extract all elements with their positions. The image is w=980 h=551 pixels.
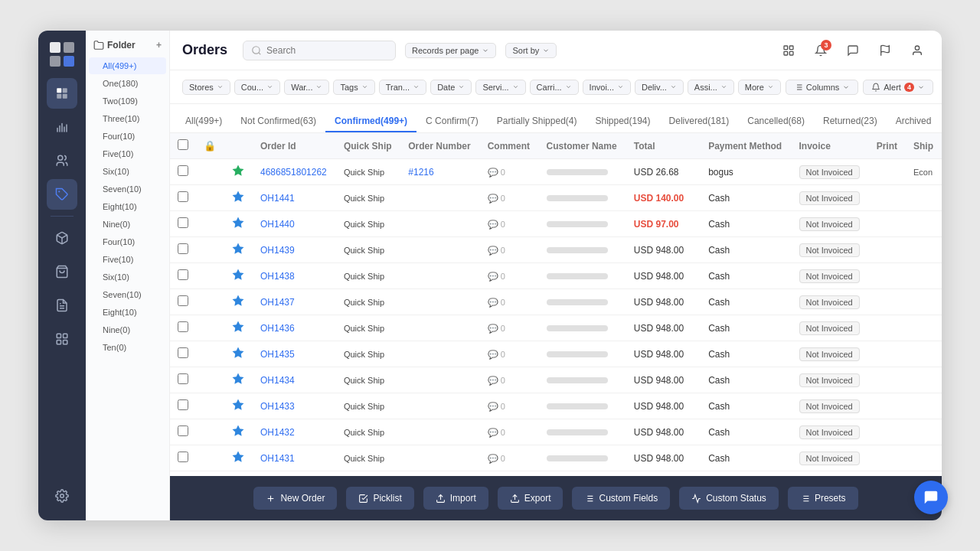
- filter-chip[interactable]: Deliv...: [635, 80, 684, 95]
- row-checkbox[interactable]: [178, 399, 188, 410]
- sidebar-item-users[interactable]: [47, 145, 77, 176]
- row-checkbox[interactable]: [178, 425, 188, 436]
- invoice-status-btn[interactable]: Not Invoiced: [799, 373, 860, 387]
- invoice-status-btn[interactable]: Not Invoiced: [799, 321, 860, 335]
- invoice-status-btn[interactable]: Not Invoiced: [799, 165, 860, 179]
- order-id-link[interactable]: OH1431: [260, 453, 295, 464]
- tab-item[interactable]: Delivered(181): [660, 111, 739, 132]
- order-id-link[interactable]: OH1434: [260, 375, 295, 386]
- row-checkbox[interactable]: [178, 347, 188, 358]
- invoice-status-btn[interactable]: Not Invoiced: [799, 217, 860, 231]
- folder-item[interactable]: Eight(10): [89, 304, 166, 321]
- notification-btn[interactable]: 3: [808, 38, 833, 63]
- import-btn[interactable]: Import: [423, 487, 488, 510]
- tab-item[interactable]: Partially Shipped(4): [488, 111, 586, 132]
- order-id-link[interactable]: OH1436: [260, 323, 295, 334]
- filter-chip[interactable]: War...: [284, 80, 329, 95]
- folder-item[interactable]: Eight(10): [89, 198, 166, 215]
- invoice-status-btn[interactable]: Not Invoiced: [799, 243, 860, 257]
- order-number-link[interactable]: #1216: [408, 167, 433, 178]
- row-checkbox[interactable]: [178, 243, 188, 254]
- order-id-link[interactable]: OH1432: [260, 427, 295, 438]
- alert-btn[interactable]: Alert 4: [863, 80, 933, 95]
- sidebar-item-inventory[interactable]: [47, 223, 77, 253]
- sidebar-item-analytics[interactable]: [47, 112, 77, 142]
- row-checkbox[interactable]: [178, 321, 188, 332]
- order-id-link[interactable]: OH1433: [260, 401, 295, 412]
- folder-item[interactable]: Seven(10): [89, 286, 166, 303]
- filter-chip[interactable]: Stores: [182, 80, 230, 95]
- folder-item[interactable]: Five(10): [89, 145, 166, 162]
- order-id-link[interactable]: OH1438: [260, 271, 295, 282]
- filter-chip[interactable]: Assi...: [688, 80, 734, 95]
- sidebar-item-settings[interactable]: [47, 481, 77, 511]
- folder-item[interactable]: Two(109): [89, 93, 166, 109]
- row-checkbox[interactable]: [178, 295, 188, 306]
- folder-item[interactable]: Ten(0): [89, 339, 166, 356]
- chat-bubble-btn[interactable]: [914, 481, 948, 514]
- row-checkbox[interactable]: [178, 452, 188, 462]
- invoice-status-btn[interactable]: Not Invoiced: [799, 425, 860, 439]
- sidebar-item-tags[interactable]: [47, 179, 77, 210]
- search-input[interactable]: [266, 45, 374, 56]
- order-id-link[interactable]: 4686851801262: [260, 167, 327, 178]
- row-checkbox[interactable]: [178, 373, 188, 384]
- folder-item[interactable]: Nine(0): [89, 216, 166, 233]
- tab-item[interactable]: Not Confirmed(63): [231, 111, 325, 132]
- order-id-link[interactable]: OH1441: [260, 193, 295, 204]
- layout-btn[interactable]: [776, 38, 801, 63]
- columns-btn[interactable]: Columns: [786, 80, 858, 95]
- invoice-status-btn[interactable]: Not Invoiced: [799, 452, 860, 465]
- filter-chip[interactable]: Cou...: [234, 80, 280, 95]
- tab-item[interactable]: Shipped(194): [586, 111, 659, 132]
- tab-item[interactable]: C Confirm(7): [416, 111, 488, 132]
- invoice-status-btn[interactable]: Not Invoiced: [799, 191, 860, 205]
- sidebar-item-reports[interactable]: [47, 290, 77, 321]
- folder-item[interactable]: All(499+): [89, 57, 166, 74]
- records-per-page-btn[interactable]: Records per page: [405, 43, 496, 58]
- tab-item[interactable]: Confirmed(499+): [325, 111, 416, 132]
- presets-btn[interactable]: Presets: [788, 487, 858, 510]
- sidebar-item-orders[interactable]: [47, 78, 77, 109]
- filter-chip[interactable]: Invoi...: [583, 80, 631, 95]
- folder-item[interactable]: Nine(0): [89, 321, 166, 338]
- flag-btn[interactable]: [873, 38, 897, 63]
- chat-btn[interactable]: [841, 38, 865, 63]
- order-id-link[interactable]: OH1435: [260, 349, 295, 360]
- invoice-status-btn[interactable]: Not Invoiced: [799, 399, 860, 413]
- order-id-link[interactable]: OH1437: [260, 297, 295, 308]
- tab-item[interactable]: All(499+): [176, 111, 231, 132]
- invoice-status-btn[interactable]: Not Invoiced: [799, 347, 860, 361]
- custom-fields-btn[interactable]: Custom Fields: [572, 487, 670, 510]
- filter-chip[interactable]: More: [738, 80, 781, 95]
- select-all-checkbox[interactable]: [178, 139, 188, 150]
- folder-item[interactable]: Four(10): [89, 233, 166, 250]
- filter-chip[interactable]: Date: [430, 80, 472, 95]
- tab-item[interactable]: Cancelled(68): [738, 111, 814, 132]
- row-checkbox[interactable]: [178, 191, 188, 202]
- folder-item[interactable]: One(180): [89, 75, 166, 92]
- picklist-btn[interactable]: Picklist: [346, 487, 413, 510]
- filter-chip[interactable]: Servi...: [475, 80, 525, 95]
- folder-item[interactable]: Four(10): [89, 128, 166, 145]
- folder-item[interactable]: Three(10): [89, 110, 166, 127]
- invoice-status-btn[interactable]: Not Invoiced: [799, 295, 860, 309]
- profile-btn[interactable]: [905, 38, 929, 63]
- custom-status-btn[interactable]: Custom Status: [679, 487, 779, 510]
- invoice-status-btn[interactable]: Not Invoiced: [799, 269, 860, 283]
- row-checkbox[interactable]: [178, 165, 188, 176]
- row-checkbox[interactable]: [178, 217, 188, 228]
- folder-add-btn[interactable]: +: [156, 40, 162, 51]
- sidebar-item-cart[interactable]: [47, 256, 77, 287]
- filter-chip[interactable]: Tags: [333, 80, 374, 95]
- filter-chip[interactable]: Carri...: [530, 80, 579, 95]
- order-id-link[interactable]: OH1440: [260, 219, 295, 230]
- row-checkbox[interactable]: [178, 269, 188, 280]
- sort-by-btn[interactable]: Sort by: [505, 43, 557, 58]
- folder-item[interactable]: Six(10): [89, 269, 166, 285]
- new-order-btn[interactable]: New Order: [253, 487, 337, 510]
- filter-chip[interactable]: Tran...: [379, 80, 426, 95]
- folder-item[interactable]: Five(10): [89, 251, 166, 268]
- folder-item[interactable]: Six(10): [89, 163, 166, 180]
- search-box[interactable]: [243, 41, 396, 60]
